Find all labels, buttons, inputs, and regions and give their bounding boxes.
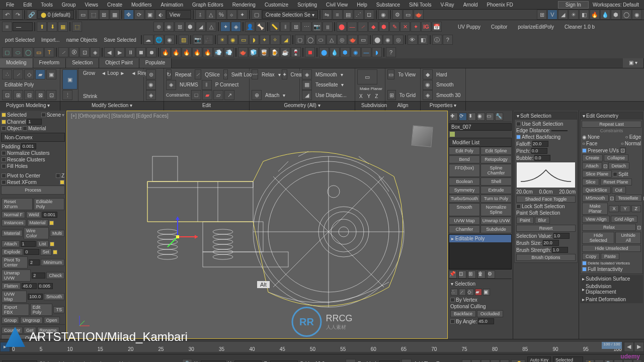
utilities-tab-icon[interactable]: 🔧 <box>495 113 503 121</box>
snap-opt3-icon[interactable]: ⊞ <box>175 22 185 32</box>
mod-retopology[interactable]: Retopology <box>480 155 512 163</box>
render-icon[interactable]: 🫖 <box>414 10 424 20</box>
nurms-icon[interactable]: ◈ <box>166 80 176 90</box>
pin-stack-icon[interactable]: 📌 <box>449 270 457 279</box>
render-setup-icon[interactable]: ⚙ <box>392 10 403 20</box>
calendar-icon[interactable]: 📅 <box>432 22 442 32</box>
subdiv-surface-rollout[interactable]: ▸ Subdivision Surface <box>580 275 643 283</box>
mod-chamfer[interactable]: Chamfer <box>449 225 480 233</box>
tab-freeform[interactable]: Freeform <box>33 58 66 68</box>
name-objects-btn[interactable]: name Objects <box>63 37 101 43</box>
vray-tool2-icon[interactable]: ◧ <box>579 10 589 20</box>
convert-2-icon[interactable]: ⊞ <box>13 90 23 100</box>
pivot-check[interactable] <box>2 173 6 178</box>
padding-input[interactable]: 0.001 <box>21 143 36 149</box>
motion-tab-icon[interactable]: ◉ <box>477 113 485 121</box>
brush-opts-btn[interactable]: Brush Options <box>516 254 576 261</box>
select-filter-icon[interactable]: ▦ <box>110 10 120 20</box>
sel-border-icon[interactable]: ◇ <box>24 69 34 79</box>
sphere-gr3-icon[interactable]: ◎ <box>393 35 404 45</box>
constraint-edge-icon[interactable]: ▰ <box>202 90 212 100</box>
attach-geo-btn[interactable]: Attach <box>582 162 602 169</box>
normalize-check[interactable] <box>2 151 6 155</box>
create-icon[interactable]: ✦ <box>282 69 287 79</box>
angle-snap-icon[interactable]: △ <box>206 10 216 20</box>
soft-selection-rollout[interactable]: ▾ Soft Selection <box>515 112 577 120</box>
tab-selection[interactable]: Selection <box>66 58 99 68</box>
menu-customize[interactable]: Customize <box>261 1 292 9</box>
x-btn[interactable]: X <box>609 205 619 212</box>
weld-btn[interactable]: Weld <box>26 211 41 218</box>
disp-icon[interactable]: ◢ <box>302 90 312 100</box>
mirror-icon[interactable]: ⇋ <box>322 10 332 20</box>
reset-plane-btn[interactable]: Reset Plane <box>600 178 632 186</box>
editpoly-btn[interactable]: Editable Poly <box>34 198 64 210</box>
falloff-input[interactable]: 20.0 <box>532 141 548 147</box>
rf-edit[interactable]: Edit <box>164 102 250 111</box>
enabled-field[interactable]: 0 <box>379 360 399 363</box>
sphere-prim-icon[interactable]: ◯ <box>23 47 33 57</box>
channel-input[interactable]: 1 <box>27 119 42 125</box>
liq1-icon[interactable]: 🫖 <box>238 47 248 57</box>
config-icon[interactable]: ⚙ <box>487 270 495 279</box>
object-color-swatch[interactable] <box>450 132 455 137</box>
geo-tea-icon[interactable]: 🫖 <box>348 35 358 45</box>
phoenix-icon[interactable]: 🔥 <box>590 10 600 20</box>
material2-btn[interactable]: Material <box>27 219 48 226</box>
tess-icon[interactable]: ▦ <box>302 80 312 90</box>
timeline-scroll-left-icon[interactable]: ◀ <box>624 342 634 352</box>
menu-scripting[interactable]: Scripting <box>293 1 321 9</box>
weld-input[interactable]: 0.001 <box>42 212 57 218</box>
pan-icon[interactable]: ✋ <box>585 359 594 363</box>
cleaner-label[interactable]: Cleaner 1.0 b <box>559 24 600 30</box>
channel-check[interactable] <box>2 120 6 124</box>
menu-phoenix[interactable]: Phoenix FD <box>483 1 517 9</box>
hierarchy-icon[interactable]: ≡ <box>2 22 12 32</box>
make-planar-btn[interactable]: Make Planar <box>357 85 383 92</box>
selval-input[interactable]: 1.0 <box>553 233 570 239</box>
edge-dist-input[interactable] <box>551 130 568 131</box>
plane-prim-icon[interactable]: ▭ <box>34 47 44 57</box>
menu-file[interactable]: File <box>2 1 18 9</box>
menu-substance[interactable]: Substance <box>372 1 404 9</box>
red-pencil-icon[interactable]: ✎ <box>389 22 399 32</box>
hide-unsel-btn[interactable]: Hide Unselected <box>582 245 641 252</box>
convert-3-icon[interactable]: ⊟ <box>24 90 34 100</box>
scale-icon[interactable]: ▣ <box>145 10 155 20</box>
measure-icon[interactable]: 📏 <box>270 22 280 32</box>
x-coord-field[interactable]: 553.18cm <box>201 360 226 363</box>
smooth30-icon[interactable]: ◈ <box>423 90 433 100</box>
sel-poly-icon[interactable]: ▰ <box>35 69 45 79</box>
geo-cone-icon[interactable]: △ <box>327 35 337 45</box>
snap-working-icon[interactable]: ✦ <box>237 10 248 20</box>
sel-edge2-icon[interactable]: ⟋ <box>459 289 466 296</box>
blur-btn[interactable]: Blur <box>535 217 550 224</box>
mod-turn-to-poly[interactable]: Turn to Poly <box>480 195 512 203</box>
mod-extrude[interactable]: Extrude <box>480 186 512 194</box>
layers-icon[interactable]: ▤ <box>343 10 353 20</box>
mod-normalize-spline[interactable]: Normalize Spline <box>480 203 512 216</box>
to-view-btn[interactable]: To View <box>395 71 418 78</box>
sphere-icon[interactable]: ◉ <box>165 35 175 45</box>
current-frame-marker[interactable]: 100 / 100 <box>602 342 622 349</box>
named-sel-icon[interactable]: ▢ <box>252 10 262 20</box>
lock-soft-check[interactable] <box>516 204 521 209</box>
window-crossing-icon[interactable]: ⊞ <box>99 10 109 20</box>
z-coord-field[interactable]: 285.408cm <box>270 360 298 363</box>
red-shape-icon[interactable]: ⬢ <box>379 22 389 32</box>
modifier-stack[interactable]: ▸ Editable Poly <box>449 234 512 269</box>
mod-edit-spline[interactable]: Edit Spline <box>480 147 512 155</box>
list-chk[interactable] <box>50 242 54 246</box>
msmooth-icon[interactable]: ◈ <box>302 69 312 79</box>
isolate-icon[interactable]: ⬚ <box>72 22 82 32</box>
relax-icon[interactable]: 〰 <box>252 69 258 79</box>
split-check[interactable] <box>613 172 617 176</box>
planar-z-btn[interactable]: Z <box>373 93 380 100</box>
shrink-btn[interactable]: Shrink <box>80 93 100 100</box>
mod-shell[interactable]: Shell <box>480 177 512 186</box>
convert-4-icon[interactable]: ⊠ <box>35 90 45 100</box>
list-btn[interactable]: List <box>37 240 49 247</box>
clone-align-icon[interactable]: ⫼ <box>323 22 333 32</box>
mod-edit-poly[interactable]: Edit Poly <box>449 147 480 155</box>
biped-icon[interactable]: 👤 <box>245 22 255 32</box>
